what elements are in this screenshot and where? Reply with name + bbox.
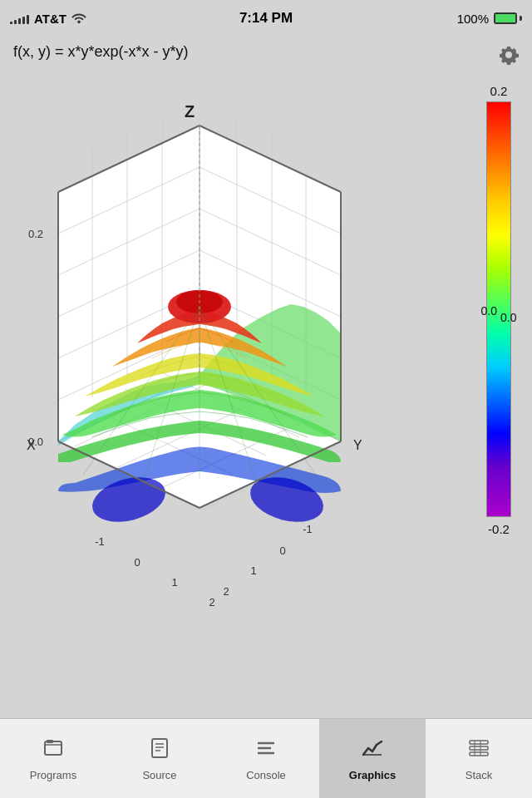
status-left: AT&T [10, 12, 86, 26]
y-tick-2: 2 [223, 585, 229, 598]
signal-bar-4 [22, 17, 25, 24]
tab-programs-label: Programs [30, 769, 76, 781]
plot-area[interactable]: Z X Y 0.2 0.0 -1 0 1 2 -1 0 1 2 [0, 67, 399, 699]
battery-icon [494, 12, 522, 24]
svg-rect-54 [470, 752, 488, 756]
x-tick-n1: -1 [95, 535, 105, 548]
graphics-icon [361, 736, 384, 766]
console-icon [254, 736, 278, 766]
z-tick-02: 0.2 [28, 228, 43, 240]
signal-bar-1 [10, 22, 12, 24]
source-icon [148, 736, 171, 766]
battery-percent: 100% [457, 12, 489, 26]
status-right: 100% [457, 12, 522, 26]
signal-bar-2 [14, 20, 17, 24]
colorbar-top-label: 0.2 [490, 84, 508, 98]
tab-stack-label: Stack [466, 769, 493, 781]
colorbar-zero-label: 0.0 [481, 304, 497, 318]
tab-console[interactable]: Console [213, 719, 319, 798]
x-tick-1: 1 [171, 576, 177, 589]
y-tick-n1: -1 [303, 523, 313, 535]
header: f(x, y) = x*y*exp(-x*x - y*y) [0, 37, 532, 67]
tab-graphics[interactable]: Graphics [319, 719, 426, 798]
svg-rect-52 [470, 741, 488, 744]
wifi-icon [71, 12, 86, 26]
tab-graphics-label: Graphics [349, 769, 396, 781]
tab-source[interactable]: Source [106, 719, 213, 798]
tab-programs[interactable]: Programs [0, 719, 106, 798]
status-bar: AT&T 7:14 PM 100% [0, 0, 532, 37]
svg-rect-53 [470, 746, 488, 750]
tab-bar: Programs Source Console Graphics Stack [0, 718, 532, 798]
colorbar-mid-label: 0.0 [500, 311, 516, 324]
main-content: Z X Y 0.2 0.0 -1 0 1 2 -1 0 1 2 0.2 0.0 … [0, 67, 532, 716]
status-time: 7:14 PM [239, 10, 293, 27]
signal-bar-3 [18, 18, 21, 24]
color-bar-container: 0.2 0.0 -0.2 [474, 84, 524, 566]
tab-console-label: Console [246, 769, 286, 781]
3d-plot-svg: Z X Y 0.2 0.0 -1 0 1 2 -1 0 1 2 [8, 92, 391, 674]
x-tick-2: 2 [209, 596, 214, 608]
svg-rect-44 [152, 739, 167, 757]
signal-bar-5 [27, 15, 29, 24]
carrier-label: AT&T [34, 12, 66, 26]
y-tick-1: 1 [250, 564, 256, 577]
z-axis-label: Z [185, 102, 195, 121]
colorbar-bottom-label: -0.2 [488, 522, 510, 536]
tab-stack[interactable]: Stack [426, 719, 532, 798]
svg-rect-42 [45, 741, 62, 755]
svg-rect-43 [47, 740, 53, 743]
signal-bars [10, 12, 29, 24]
formula-text: f(x, y) = x*y*exp(-x*x - y*y) [13, 43, 189, 60]
z-tick-00: 0.0 [28, 436, 43, 448]
x-tick-0: 0 [134, 556, 140, 569]
y-axis-label: Y [353, 438, 362, 452]
y-tick-0: 0 [279, 544, 285, 557]
programs-icon [42, 736, 65, 766]
stack-icon [467, 736, 490, 766]
tab-source-label: Source [142, 769, 176, 781]
